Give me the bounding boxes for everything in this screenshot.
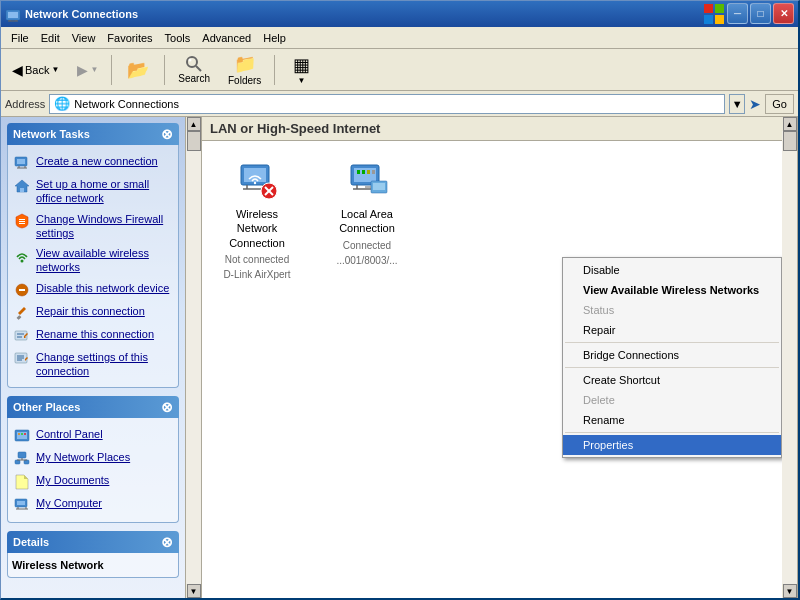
- sidebar-item-wireless[interactable]: View available wireless networks: [12, 243, 174, 278]
- search-button[interactable]: Search: [171, 52, 217, 87]
- network-tasks-label: Network Tasks: [13, 128, 90, 140]
- svg-rect-62: [357, 170, 360, 174]
- sidebar-scroll-down[interactable]: ▼: [187, 584, 201, 598]
- back-arrow-icon: ◀: [12, 62, 23, 78]
- address-dropdown[interactable]: ▼: [729, 94, 745, 114]
- menu-bar: File Edit View Favorites Tools Advanced …: [1, 27, 798, 49]
- details-collapse[interactable]: ⊗: [161, 534, 173, 550]
- wireless-view-text: View available wireless networks: [36, 246, 172, 275]
- control-panel-text: Control Panel: [36, 427, 103, 441]
- window-title: Network Connections: [25, 8, 695, 20]
- disable-text: Disable this network device: [36, 281, 169, 295]
- content-scroll-down[interactable]: ▼: [783, 584, 797, 598]
- back-button[interactable]: ◀ Back ▼: [5, 58, 66, 82]
- ctx-shortcut[interactable]: Create Shortcut: [563, 370, 781, 390]
- svg-rect-63: [362, 170, 365, 174]
- toolbar: ◀ Back ▼ ▶ ▼ 📂 Search 📁 Folders ▦: [1, 49, 798, 91]
- content-scroll-up[interactable]: ▲: [783, 117, 797, 131]
- views-button[interactable]: ▦ ▼: [281, 51, 321, 88]
- views-dropdown-icon: ▼: [297, 76, 305, 85]
- my-documents-text: My Documents: [36, 473, 109, 487]
- local-area-connection-item[interactable]: Local Area Connection Connected ...001/8…: [322, 151, 412, 284]
- menu-advanced[interactable]: Advanced: [196, 30, 257, 46]
- ctx-sep-3: [565, 432, 779, 433]
- address-bar: Address 🌐 Network Connections ▼ ➤ Go: [1, 91, 798, 117]
- ctx-bridge[interactable]: Bridge Connections: [563, 345, 781, 365]
- sidebar-item-my-computer[interactable]: My Computer: [12, 493, 174, 516]
- ctx-disable[interactable]: Disable: [563, 260, 781, 280]
- close-button[interactable]: ✕: [773, 3, 794, 24]
- my-documents-icon: [14, 474, 30, 490]
- menu-edit[interactable]: Edit: [35, 30, 66, 46]
- sidebar-item-create[interactable]: Create a new connection: [12, 151, 174, 174]
- back-dropdown-icon: ▼: [51, 65, 59, 74]
- ctx-repair[interactable]: Repair: [563, 320, 781, 340]
- ctx-properties[interactable]: Properties: [563, 435, 781, 455]
- svg-rect-25: [17, 315, 22, 320]
- svg-point-35: [18, 433, 20, 435]
- sidebar-item-rename[interactable]: Rename this connection: [12, 324, 174, 347]
- go-button[interactable]: Go: [765, 94, 794, 114]
- content-scroll-thumb[interactable]: [783, 131, 797, 151]
- my-network-text: My Network Places: [36, 450, 130, 464]
- address-go-arrow[interactable]: ➤: [749, 96, 761, 112]
- create-connection-icon: [14, 155, 30, 171]
- maximize-button[interactable]: □: [750, 3, 771, 24]
- menu-file[interactable]: File: [5, 30, 35, 46]
- sidebar-item-my-documents[interactable]: My Documents: [12, 470, 174, 493]
- rename-text: Rename this connection: [36, 327, 154, 341]
- sidebar-scroll-thumb[interactable]: [187, 131, 201, 151]
- address-field[interactable]: 🌐 Network Connections: [49, 94, 725, 114]
- minimize-button[interactable]: ─: [727, 3, 748, 24]
- menu-favorites[interactable]: Favorites: [101, 30, 158, 46]
- ctx-view-wireless[interactable]: View Available Wireless Networks: [563, 280, 781, 300]
- menu-help[interactable]: Help: [257, 30, 292, 46]
- svg-rect-8: [715, 15, 724, 24]
- sidebar-scrollbar: ▲ ▼: [186, 117, 202, 598]
- forward-dropdown-icon: ▼: [90, 65, 98, 74]
- forward-arrow-icon: ▶: [77, 62, 88, 78]
- menu-view[interactable]: View: [66, 30, 102, 46]
- sidebar-item-repair[interactable]: Repair this connection: [12, 301, 174, 324]
- network-tasks-collapse[interactable]: ⊗: [161, 126, 173, 142]
- svg-rect-38: [18, 452, 26, 458]
- wireless-view-icon: [14, 247, 30, 263]
- sidebar-item-home-network[interactable]: Set up a home or small office network: [12, 174, 174, 209]
- sidebar-section-network-tasks: Network Tasks ⊗: [7, 123, 179, 388]
- ctx-rename[interactable]: Rename: [563, 410, 781, 430]
- svg-point-36: [21, 433, 23, 435]
- local-area-icon: [343, 155, 391, 203]
- details-content: Wireless Network: [7, 553, 179, 578]
- ctx-delete: Delete: [563, 390, 781, 410]
- address-label: Address: [5, 98, 45, 110]
- folders-button[interactable]: 📁 Folders: [221, 50, 268, 89]
- other-places-collapse[interactable]: ⊗: [161, 399, 173, 415]
- menu-tools[interactable]: Tools: [159, 30, 197, 46]
- svg-rect-20: [19, 221, 25, 222]
- ctx-status: Status: [563, 300, 781, 320]
- svg-rect-67: [373, 183, 385, 190]
- forward-button[interactable]: ▶ ▼: [70, 58, 105, 82]
- details-label: Details: [13, 536, 49, 548]
- local-area-device: ...001/8003/...: [336, 255, 397, 266]
- toolbar-separator-3: [274, 55, 275, 85]
- sidebar-scroll-up[interactable]: ▲: [187, 117, 201, 131]
- sidebar-item-firewall[interactable]: Change Windows Firewall settings: [12, 209, 174, 244]
- ctx-sep-1: [565, 342, 779, 343]
- repair-icon: [14, 305, 30, 321]
- wireless-connection-item[interactable]: Wireless Network Connection Not connecte…: [212, 151, 302, 284]
- my-network-icon: [14, 451, 30, 467]
- svg-rect-40: [24, 460, 29, 464]
- up-folder-icon: 📂: [127, 59, 149, 81]
- up-folder-button[interactable]: 📂: [118, 56, 158, 84]
- sidebar-item-control-panel[interactable]: Control Panel: [12, 424, 174, 447]
- control-panel-icon: [14, 428, 30, 444]
- sidebar-item-my-network[interactable]: My Network Places: [12, 447, 174, 470]
- sidebar-item-disable[interactable]: Disable this network device: [12, 278, 174, 301]
- sidebar-item-change-settings[interactable]: Change settings of this connection: [12, 347, 174, 382]
- disable-icon: [14, 282, 30, 298]
- svg-rect-7: [704, 15, 713, 24]
- main-area: Network Tasks ⊗: [1, 117, 798, 598]
- address-icon: 🌐: [54, 96, 70, 111]
- content-area: LAN or High-Speed Internet: [202, 117, 782, 598]
